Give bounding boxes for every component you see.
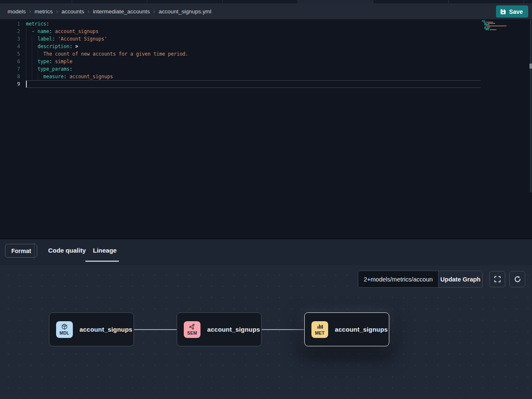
code-token: label: [38, 36, 52, 42]
lineage-node-metric[interactable]: METaccount_signups: [304, 312, 389, 346]
breadcrumb-item[interactable]: account_signups.yml: [159, 8, 211, 15]
breadcrumb-item[interactable]: models: [8, 8, 26, 15]
breadcrumb-bar: models›metrics›accounts›intermediate_acc…: [0, 3, 532, 19]
model-badge: MDL: [56, 321, 73, 338]
code-line-content: metrics:: [26, 20, 481, 28]
indent-guide: [32, 73, 32, 80]
code-line-content: label: 'Account Signups': [26, 35, 481, 43]
editor-minimap[interactable]: [482, 20, 509, 31]
node-name: account_signups: [335, 326, 388, 333]
code-line-content: - name: account_signups: [26, 28, 481, 35]
minimap-line: [482, 22, 509, 23]
code-token: simple: [52, 59, 72, 64]
lineage-node-semantic[interactable]: SEMaccount_signups: [177, 312, 262, 346]
top-tab-strip: [0, 0, 532, 3]
minimap-segment: [488, 23, 495, 24]
node-name: account_signups: [80, 326, 132, 333]
lineage-selector-group: Update Graph: [358, 271, 483, 288]
code-line[interactable]: 6 type: simple: [0, 58, 481, 65]
code-line[interactable]: 8 measure: account_signups: [0, 73, 481, 80]
code-line[interactable]: 3 label: 'Account Signups': [0, 35, 481, 43]
panel-divider: [34, 243, 34, 259]
badge-label: MET: [315, 330, 324, 335]
semantic-badge: SEM: [184, 321, 200, 338]
text-cursor: [26, 81, 27, 87]
code-line[interactable]: 5 The count of new accounts for a given …: [0, 50, 481, 58]
code-token: description: [38, 43, 69, 49]
top-file-tab[interactable]: [298, 0, 373, 3]
top-file-tab[interactable]: [72, 0, 147, 3]
indent-guide: [38, 50, 38, 58]
lineage-selector-input[interactable]: [358, 271, 439, 287]
indent-guide: [32, 65, 32, 73]
minimap-segment: [486, 22, 493, 23]
code-line-content: [26, 80, 481, 88]
fullscreen-button[interactable]: [489, 271, 505, 287]
minimap-line: [482, 29, 509, 30]
code-token: name: [38, 28, 49, 34]
metric-icon: [316, 323, 323, 330]
code-token: :: [69, 66, 72, 72]
update-graph-button[interactable]: Update Graph: [439, 271, 482, 287]
code-token: metrics: [26, 21, 46, 27]
minimap-segment: [486, 26, 506, 26]
code-line-content: description: >: [26, 43, 481, 50]
editor-scrollbar-handle[interactable]: [529, 64, 532, 69]
breadcrumb-item[interactable]: metrics: [35, 8, 53, 15]
breadcrumb: models›metrics›accounts›intermediate_acc…: [8, 8, 211, 15]
indent-guide: [26, 65, 26, 73]
tab-lineage[interactable]: Lineage: [93, 247, 117, 254]
format-button[interactable]: Format: [5, 244, 37, 258]
breadcrumb-item[interactable]: intermediate_accounts: [93, 8, 150, 15]
model-icon: [61, 323, 68, 330]
minimap-line: [482, 24, 509, 25]
lineage-node-model[interactable]: MDLaccount_signups: [49, 312, 134, 346]
code-editor[interactable]: 1metrics:2 - name: account_signups3 labe…: [0, 19, 532, 238]
refresh-arrow-icon: [514, 276, 521, 283]
top-tab-filler: [524, 0, 532, 3]
minimap-segment: [484, 27, 486, 28]
lineage-canvas[interactable]: Update Graph MDLaccount_signupsSEMaccoun: [0, 265, 532, 399]
bottom-panel: Format Code quality Lineage Update Graph: [0, 238, 532, 399]
indent-guide: [32, 35, 32, 43]
refresh-button[interactable]: [509, 271, 525, 287]
line-number: 2: [0, 28, 20, 35]
minimap-line: [482, 28, 509, 29]
save-icon: [500, 9, 506, 15]
code-token: >: [72, 43, 78, 49]
breadcrumb-item[interactable]: accounts: [62, 8, 84, 15]
indent-guide: [26, 73, 26, 80]
indent-guide: [38, 73, 38, 80]
line-number: 8: [0, 73, 20, 80]
tab-code-quality[interactable]: Code quality: [48, 247, 86, 254]
save-button[interactable]: Save: [496, 5, 528, 18]
code-token: :: [69, 43, 72, 49]
code-line[interactable]: 1metrics:: [0, 20, 481, 28]
top-file-tab[interactable]: [223, 0, 298, 3]
minimap-line: [482, 27, 509, 28]
indent-guide: [32, 50, 32, 58]
minimap-segment: [486, 29, 489, 30]
indent-guide: [26, 35, 26, 43]
code-token: [26, 74, 44, 79]
line-number: 1: [0, 20, 20, 28]
chevron-right-icon: ›: [153, 8, 155, 15]
top-file-tab[interactable]: [0, 0, 72, 3]
minimap-segment: [482, 20, 485, 21]
code-line[interactable]: 9: [0, 80, 481, 88]
editor-scrollbar-track[interactable]: [530, 20, 532, 192]
minimap-segment: [490, 29, 496, 30]
line-number: 9: [0, 80, 20, 88]
top-file-tab[interactable]: [373, 0, 449, 3]
top-file-tab[interactable]: [147, 0, 223, 3]
node-name: account_signups: [207, 326, 260, 333]
top-file-tab[interactable]: [449, 0, 524, 3]
code-token: measure: [44, 74, 64, 79]
code-line[interactable]: 7 type_params:: [0, 65, 481, 73]
code-line[interactable]: 2 - name: account_signups: [0, 28, 481, 35]
indent-guide: [26, 58, 26, 65]
minimap-line: [482, 23, 509, 24]
code-line[interactable]: 4 description: >: [0, 43, 481, 50]
minimap-line: [482, 20, 509, 21]
code-token: account_signups: [67, 74, 113, 79]
